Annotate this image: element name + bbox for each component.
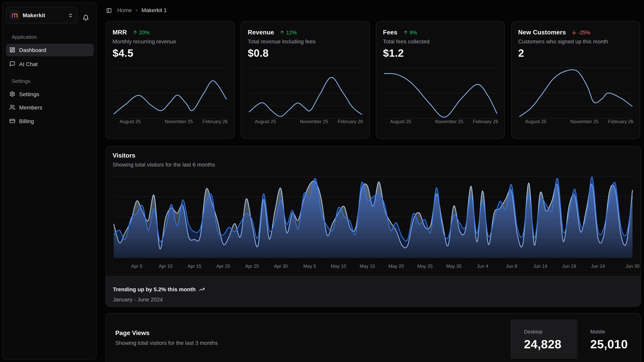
visitors-card: Visitors Showing total visitors for the …: [106, 146, 641, 307]
visitors-x-tick: Jun 30: [626, 263, 640, 269]
visitors-x-tick: May 10: [331, 263, 346, 269]
sidebar-item-label: Dashboard: [19, 47, 46, 53]
stat-card-revenue: Revenue12%Total revenue including fees$0…: [241, 21, 370, 139]
visitors-x-tick: May 5: [303, 263, 316, 269]
desktop-total: 24,828: [524, 337, 577, 351]
sparkline-path: [114, 81, 226, 114]
sidebar-section-settings: Settings: [12, 78, 30, 84]
breadcrumb-home[interactable]: Home: [117, 7, 132, 13]
dashboard-page: Makerkit Application Dashboard AI Chat S…: [0, 0, 644, 362]
page-views-desktop-toggle[interactable]: Desktop 24,828: [510, 319, 577, 359]
desktop-label: Desktop: [524, 328, 577, 334]
panel-left-icon[interactable]: [106, 8, 112, 13]
chevrons-up-down-icon: [68, 13, 73, 18]
sidebar-item-settings[interactable]: Settings: [6, 88, 94, 101]
chevron-right-icon: [134, 8, 139, 13]
sidebar-item-label: AI Chat: [19, 61, 38, 67]
visitors-x-tick: Apr 15: [188, 263, 202, 269]
visitors-x-tick: Jun 19: [562, 263, 576, 269]
sidebar-item-dashboard[interactable]: Dashboard: [6, 44, 94, 56]
makerkit-logo: [10, 11, 19, 20]
mobile-total: 25,010: [590, 337, 641, 351]
layout-dashboard-icon: [10, 47, 16, 53]
page-views-mobile-toggle[interactable]: Mobile 25,010: [577, 319, 641, 359]
stat-sparkline-chart: [512, 22, 640, 139]
sidebar-item-label: Billing: [19, 118, 34, 124]
page-views-card: Page Views Showing total visitors for th…: [106, 313, 641, 362]
sidebar-item-members[interactable]: Members: [6, 101, 94, 114]
visitors-range-text: January - June 2024: [113, 296, 163, 302]
stat-sparkline-chart: [241, 22, 370, 139]
settings-gear-icon: [10, 91, 16, 97]
visitors-x-tick: May 30: [446, 263, 462, 269]
visitors-footer: Trending up by 5.2% this month January -…: [106, 276, 640, 306]
mobile-label: Mobile: [590, 328, 641, 334]
page-views-title: Page Views: [115, 329, 150, 336]
visitors-x-tick: May 15: [360, 263, 375, 269]
bell-icon[interactable]: [82, 15, 89, 21]
workspace-selector[interactable]: Makerkit: [6, 7, 77, 24]
visitors-x-tick: Apr 5: [131, 263, 142, 269]
sidebar-item-label: Members: [19, 104, 42, 111]
visitors-x-tick: May 25: [417, 263, 433, 269]
visitors-trend-text: Trending up by 5.2% this month: [113, 286, 196, 292]
visitors-area-chart[interactable]: Apr 5Apr 10Apr 15Apr 20Apr 25Apr 30May 5…: [106, 147, 641, 276]
breadcrumb-current: Makerkit 1: [142, 7, 167, 13]
visitors-x-tick: Apr 30: [274, 263, 288, 269]
sidebar: Makerkit Application Dashboard AI Chat S…: [2, 2, 96, 360]
sidebar-item-ai-chat[interactable]: AI Chat: [6, 58, 94, 70]
users-icon: [10, 104, 16, 111]
sparkline-path: [249, 77, 362, 116]
trending-up-icon: [199, 286, 204, 292]
visitors-x-tick: Apr 20: [216, 263, 230, 269]
page-views-subtitle: Showing total visitors for the last 3 mo…: [115, 340, 218, 346]
credit-card-icon: [10, 118, 16, 124]
message-square-icon: [10, 61, 16, 67]
workspace-name: Makerkit: [23, 12, 68, 18]
stat-sparkline-chart: [106, 22, 235, 139]
visitors-footer-line: Trending up by 5.2% this month: [113, 286, 204, 292]
visitors-x-tick: Jun 24: [591, 263, 605, 269]
visitors-x-tick: Jun 9: [506, 263, 517, 269]
visitors-x-tick: Jun 14: [533, 263, 547, 269]
visitors-x-tick: Apr 10: [159, 263, 172, 269]
sidebar-item-billing[interactable]: Billing: [6, 115, 94, 127]
stat-card-fees: Fees9%Total fees collected$1.2August 25N…: [376, 21, 505, 139]
sidebar-section-application: Application: [12, 34, 37, 40]
stat-sparkline-chart: [376, 22, 505, 139]
stat-card-new-customers: New Customers-25%Customers who signed up…: [511, 21, 640, 139]
visitors-x-tick: Jun 4: [477, 263, 488, 269]
sidebar-item-label: Settings: [19, 91, 39, 97]
stat-card-mrr: MRR20%Monthly recurring revenue$4.5Augus…: [106, 21, 234, 139]
visitors-x-tick: May 20: [388, 263, 404, 269]
sparkline-path: [384, 74, 497, 117]
visitors-x-tick: Apr 25: [245, 263, 259, 269]
